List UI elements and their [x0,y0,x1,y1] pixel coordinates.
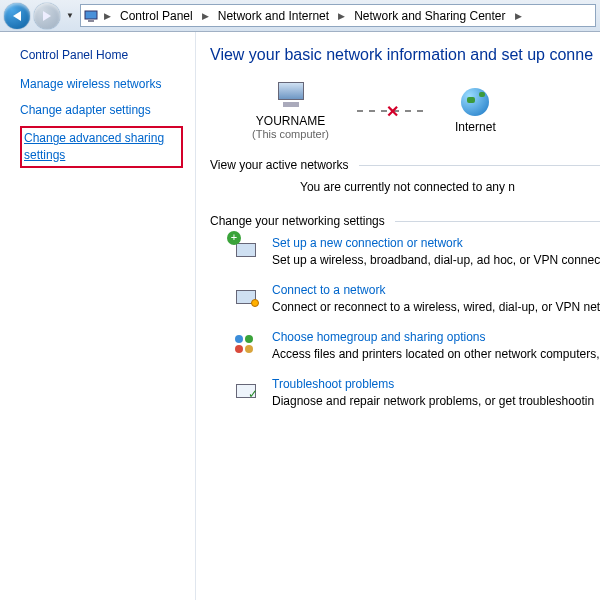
homegroup-icon [232,330,260,358]
troubleshoot-icon [232,377,260,405]
section-label: Change your networking settings [210,214,385,228]
task-setup-connection[interactable]: + Set up a new connection or network Set… [232,236,600,267]
divider [359,165,600,166]
connect-network-icon [232,283,260,311]
nav-forward-button[interactable] [34,3,60,29]
nav-history-dropdown[interactable]: ▼ [64,3,76,29]
new-connection-icon: + [232,236,260,264]
task-title[interactable]: Choose homegroup and sharing options [272,330,600,344]
chevron-right-icon[interactable]: ▶ [335,11,348,21]
task-homegroup-sharing[interactable]: Choose homegroup and sharing options Acc… [232,330,600,361]
sidebar: Control Panel Home Manage wireless netwo… [0,32,195,600]
disconnected-icon: ✕ [386,102,399,121]
task-desc: Access files and printers located on oth… [272,347,600,361]
divider [395,221,600,222]
task-troubleshoot[interactable]: Troubleshoot problems Diagnose and repai… [232,377,600,408]
connection-line: ✕ [357,110,427,112]
svg-rect-1 [88,20,94,22]
task-title[interactable]: Troubleshoot problems [272,377,594,391]
active-networks-status: You are currently not connected to any n [210,180,600,194]
chevron-right-icon[interactable]: ▶ [512,11,525,21]
sidebar-item-advanced-sharing[interactable]: Change advanced sharing settings [20,126,183,167]
node-this-computer[interactable]: YOURNAME (This computer) [252,82,329,140]
nav-back-button[interactable] [4,3,30,29]
arrow-left-icon [13,11,21,21]
sidebar-home-link[interactable]: Control Panel Home [20,48,183,62]
node-internet[interactable]: Internet [455,88,496,134]
sidebar-item-manage-wireless[interactable]: Manage wireless networks [20,76,183,92]
network-center-icon [83,8,99,24]
task-desc: Connect or reconnect to a wireless, wire… [272,300,600,314]
network-map: YOURNAME (This computer) ✕ Internet [210,82,600,140]
page-title: View your basic network information and … [210,46,600,64]
globe-icon [461,88,489,116]
task-desc: Set up a wireless, broadband, dial-up, a… [272,253,600,267]
task-connect-network[interactable]: Connect to a network Connect or reconnec… [232,283,600,314]
active-networks-header: View your active networks [210,158,600,172]
task-title[interactable]: Connect to a network [272,283,600,297]
crumb-control-panel[interactable]: Control Panel [116,7,197,25]
section-label: View your active networks [210,158,349,172]
task-list: + Set up a new connection or network Set… [210,236,600,408]
address-bar[interactable]: ▶ Control Panel ▶ Network and Internet ▶… [80,4,596,27]
computer-icon [274,82,308,110]
chevron-right-icon[interactable]: ▶ [101,11,114,21]
node-internet-label: Internet [455,120,496,134]
arrow-right-icon [43,11,51,21]
svg-rect-0 [85,11,97,19]
task-desc: Diagnose and repair network problems, or… [272,394,594,408]
crumb-network-sharing[interactable]: Network and Sharing Center [350,7,509,25]
crumb-network-internet[interactable]: Network and Internet [214,7,333,25]
change-settings-header: Change your networking settings [210,214,600,228]
main-content: View your basic network information and … [195,32,600,600]
node-computer-name: YOURNAME [256,114,325,128]
node-computer-sub: (This computer) [252,128,329,140]
chevron-right-icon[interactable]: ▶ [199,11,212,21]
task-title[interactable]: Set up a new connection or network [272,236,600,250]
navbar: ▼ ▶ Control Panel ▶ Network and Internet… [0,0,600,32]
sidebar-item-change-adapter[interactable]: Change adapter settings [20,102,183,118]
